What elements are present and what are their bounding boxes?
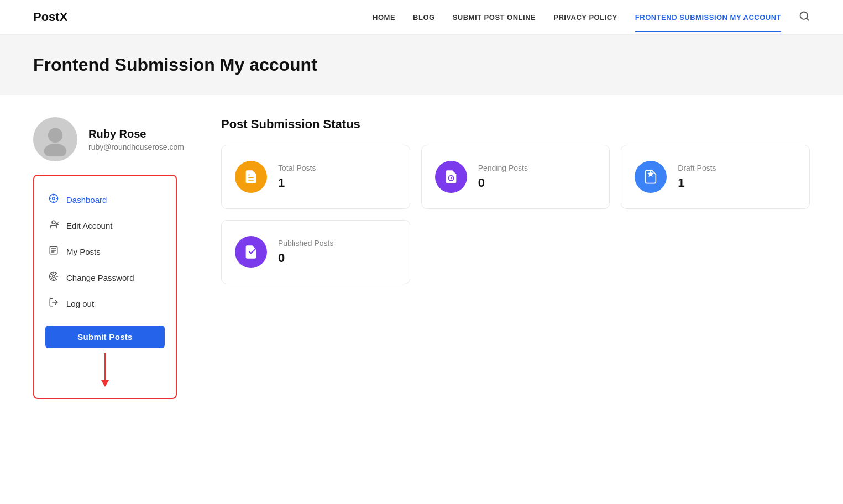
main-nav: HOME BLOG SUBMIT POST ONLINE PRIVACY POL… bbox=[373, 11, 810, 24]
search-icon bbox=[799, 11, 810, 22]
svg-line-1 bbox=[807, 18, 809, 20]
logout-icon bbox=[48, 297, 60, 310]
user-name: Ruby Rose bbox=[88, 128, 184, 140]
arrow-head bbox=[101, 380, 109, 387]
profile-text: Ruby Rose ruby@roundhouserose.com bbox=[88, 128, 184, 151]
sidebar-item-label-change-password: Change Password bbox=[66, 273, 134, 282]
nav-blog[interactable]: BLOG bbox=[413, 13, 435, 22]
arrow-indicator bbox=[101, 353, 109, 387]
nav-home[interactable]: HOME bbox=[373, 13, 395, 22]
pending-posts-label: Pending Posts bbox=[478, 164, 528, 172]
published-posts-label: Published Posts bbox=[278, 239, 333, 248]
pending-posts-value: 0 bbox=[478, 176, 528, 190]
draft-posts-value: 1 bbox=[678, 176, 716, 190]
svg-point-3 bbox=[44, 144, 67, 156]
total-posts-icon bbox=[243, 169, 259, 185]
main-content: Ruby Rose ruby@roundhouserose.com Dashbo… bbox=[0, 95, 843, 421]
stats-card-total: Total Posts 1 bbox=[221, 145, 410, 209]
svg-point-5 bbox=[53, 197, 55, 200]
nav-submit-post[interactable]: SUBMIT POST ONLINE bbox=[453, 13, 536, 22]
published-posts-icon bbox=[243, 244, 259, 260]
arrow-line bbox=[104, 353, 106, 380]
sidebar-item-label-dashboard: Dashboard bbox=[66, 195, 107, 204]
avatar bbox=[33, 117, 77, 161]
sidebar-item-my-posts[interactable]: My Posts bbox=[34, 239, 176, 265]
nav-privacy-policy[interactable]: PRIVACY POLICY bbox=[553, 13, 617, 22]
section-title: Post Submission Status bbox=[221, 117, 810, 132]
svg-point-10 bbox=[52, 221, 55, 224]
pending-posts-icon-circle bbox=[435, 161, 467, 193]
header: PostX HOME BLOG SUBMIT POST ONLINE PRIVA… bbox=[0, 0, 843, 35]
pending-posts-info: Pending Posts 0 bbox=[478, 164, 528, 190]
sidebar-item-dashboard[interactable]: Dashboard bbox=[34, 187, 176, 213]
edit-account-icon bbox=[48, 219, 60, 232]
total-posts-info: Total Posts 1 bbox=[278, 164, 316, 190]
sidebar-card: Dashboard Edit Account My Posts bbox=[33, 175, 177, 399]
my-posts-icon bbox=[48, 245, 60, 258]
published-posts-value: 0 bbox=[278, 251, 333, 265]
total-posts-icon-circle bbox=[235, 161, 267, 193]
sidebar-item-label-logout: Log out bbox=[66, 299, 94, 308]
left-panel: Ruby Rose ruby@roundhouserose.com Dashbo… bbox=[33, 117, 199, 399]
dashboard-icon bbox=[48, 193, 60, 206]
change-password-icon bbox=[48, 271, 60, 284]
user-email: ruby@roundhouserose.com bbox=[88, 143, 184, 151]
total-posts-value: 1 bbox=[278, 176, 316, 190]
avatar-icon bbox=[39, 123, 72, 156]
sidebar-item-label-my-posts: My Posts bbox=[66, 247, 101, 256]
published-posts-info: Published Posts 0 bbox=[278, 239, 333, 265]
submit-posts-button[interactable]: Submit Posts bbox=[45, 326, 165, 348]
total-posts-label: Total Posts bbox=[278, 164, 316, 172]
right-content: Post Submission Status Total Posts 1 bbox=[221, 117, 810, 284]
stats-row2: Published Posts 0 bbox=[221, 220, 810, 284]
sidebar-item-label-edit-account: Edit Account bbox=[66, 221, 112, 230]
sidebar-item-change-password[interactable]: Change Password bbox=[34, 265, 176, 291]
profile-info: Ruby Rose ruby@roundhouserose.com bbox=[33, 117, 184, 161]
draft-posts-label: Draft Posts bbox=[678, 164, 716, 172]
published-posts-icon-circle bbox=[235, 236, 267, 268]
search-button[interactable] bbox=[799, 11, 810, 24]
stats-card-pending: Pending Posts 0 bbox=[421, 145, 610, 209]
submit-btn-wrapper: Submit Posts bbox=[34, 317, 176, 387]
stats-card-published: Published Posts 0 bbox=[221, 220, 410, 284]
nav-frontend-submission[interactable]: FRONTEND SUBMISSION MY ACCOUNT bbox=[635, 13, 781, 22]
stats-grid: Total Posts 1 Pending Posts 0 bbox=[221, 145, 810, 209]
sidebar-item-logout[interactable]: Log out bbox=[34, 291, 176, 317]
draft-posts-icon bbox=[643, 169, 658, 185]
svg-point-17 bbox=[53, 275, 55, 278]
page-title: Frontend Submission My account bbox=[33, 55, 810, 75]
draft-posts-icon-circle bbox=[635, 161, 667, 193]
pending-posts-icon bbox=[443, 169, 459, 185]
sidebar-item-edit-account[interactable]: Edit Account bbox=[34, 213, 176, 239]
logo[interactable]: PostX bbox=[33, 10, 67, 24]
stats-card-draft: Draft Posts 1 bbox=[621, 145, 810, 209]
svg-point-2 bbox=[48, 128, 62, 143]
hero-section: Frontend Submission My account bbox=[0, 35, 843, 95]
draft-posts-info: Draft Posts 1 bbox=[678, 164, 716, 190]
